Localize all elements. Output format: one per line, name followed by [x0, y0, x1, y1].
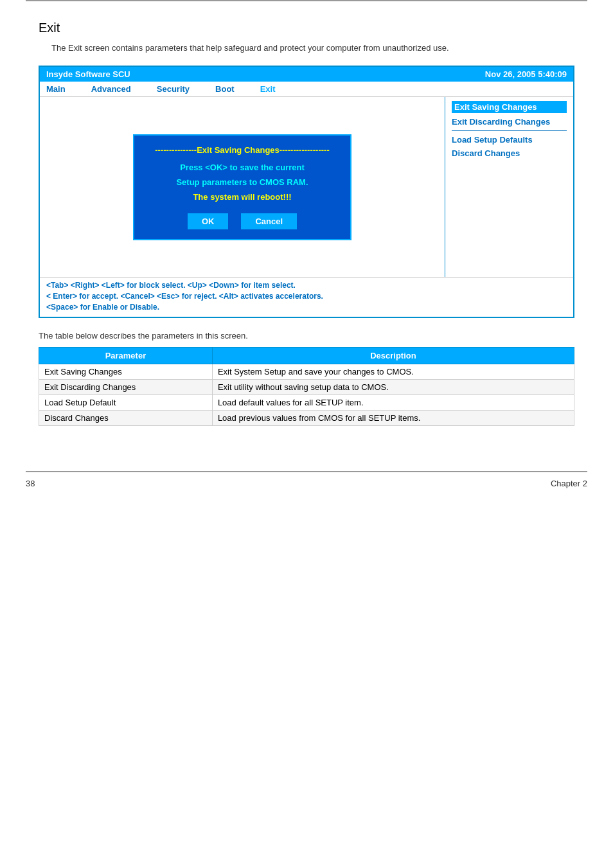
nav-boot[interactable]: Boot: [215, 84, 235, 94]
right-exit-discarding[interactable]: Exit Discarding Changes: [452, 117, 567, 127]
nav-exit[interactable]: Exit: [260, 84, 276, 94]
bios-title: Insyde Software SCU: [46, 69, 130, 79]
desc-cell: Load previous values from CMOS for all S…: [212, 411, 574, 426]
desc-cell: Exit utility without saving setup data t…: [212, 380, 574, 395]
right-divider: [452, 130, 567, 131]
cancel-button[interactable]: Cancel: [241, 213, 297, 229]
dialog-line3: The system will reboot!!!: [147, 192, 337, 202]
table-row: Discard Changes Load previous values fro…: [39, 411, 574, 426]
table-row: Load Setup Default Load default values f…: [39, 395, 574, 411]
dialog-title: ---------------Exit Saving Changes------…: [147, 145, 337, 155]
chapter-label: Chapter 2: [551, 479, 587, 488]
table-row: Exit Saving Changes Exit System Setup an…: [39, 364, 574, 380]
bios-main-area: ---------------Exit Saving Changes------…: [40, 97, 445, 277]
table-intro: The table below describes the parameters…: [39, 331, 574, 341]
bios-datetime: Nov 26, 2005 5:40:09: [485, 69, 567, 79]
bios-footer: <Tab> <Right> <Left> for block select. <…: [40, 277, 573, 317]
desc-cell: Exit System Setup and save your changes …: [212, 364, 574, 380]
page-title: Exit: [39, 21, 574, 35]
page-number: 38: [26, 479, 35, 488]
exit-saving-dialog: ---------------Exit Saving Changes------…: [133, 134, 351, 240]
param-cell: Exit Saving Changes: [39, 364, 213, 380]
nav-advanced[interactable]: Advanced: [91, 84, 131, 94]
footer-line1: <Tab> <Right> <Left> for block select. <…: [46, 281, 567, 290]
col-desc: Description: [212, 348, 574, 364]
footer-line3: <Space> for Enable or Disable.: [46, 303, 567, 312]
page-footer: 38 Chapter 2: [26, 471, 587, 495]
bios-panel: Insyde Software SCU Nov 26, 2005 5:40:09…: [39, 66, 574, 318]
right-discard-changes[interactable]: Discard Changes: [452, 148, 567, 158]
right-load-defaults[interactable]: Load Setup Defaults: [452, 135, 567, 145]
desc-cell: Load default values for all SETUP item.: [212, 395, 574, 411]
dialog-buttons: OK Cancel: [147, 213, 337, 229]
params-table: Parameter Description Exit Saving Change…: [39, 347, 574, 426]
nav-security[interactable]: Security: [157, 84, 190, 94]
bios-right-panel: Exit Saving Changes Exit Discarding Chan…: [445, 97, 573, 277]
nav-main[interactable]: Main: [46, 84, 66, 94]
dialog-line1: Press <OK> to save the current: [147, 163, 337, 172]
dialog-line2: Setup parameters to CMOS RAM.: [147, 177, 337, 187]
ok-button[interactable]: OK: [188, 213, 229, 229]
param-cell: Discard Changes: [39, 411, 213, 426]
bios-nav: Main Advanced Security Boot Exit: [40, 82, 573, 97]
bios-header: Insyde Software SCU Nov 26, 2005 5:40:09: [40, 67, 573, 82]
intro-text: The Exit screen contains parameters that…: [51, 43, 574, 53]
bios-body: ---------------Exit Saving Changes------…: [40, 97, 573, 277]
right-exit-saving[interactable]: Exit Saving Changes: [452, 101, 567, 113]
table-row: Exit Discarding Changes Exit utility wit…: [39, 380, 574, 395]
param-cell: Exit Discarding Changes: [39, 380, 213, 395]
footer-line2: < Enter> for accept. <Cancel> <Esc> for …: [46, 292, 567, 301]
param-cell: Load Setup Default: [39, 395, 213, 411]
col-param: Parameter: [39, 348, 213, 364]
